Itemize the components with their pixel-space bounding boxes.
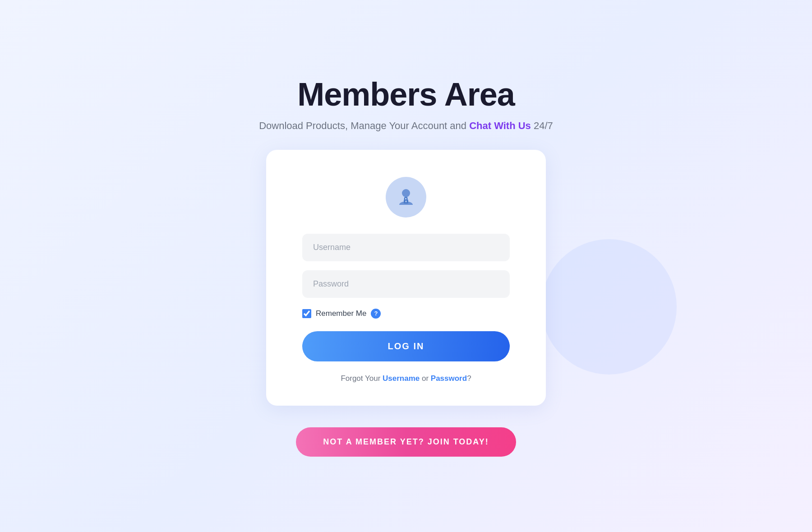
- login-button[interactable]: LOG IN: [302, 331, 510, 361]
- page-header: Members Area Download Products, Manage Y…: [259, 76, 553, 132]
- login-card: Remember Me ? LOG IN Forgot Your Usernam…: [266, 150, 546, 406]
- forgot-password-link[interactable]: Password: [431, 374, 467, 383]
- svg-point-0: [402, 189, 410, 197]
- password-group: [302, 270, 510, 298]
- forgot-question: ?: [467, 374, 471, 383]
- password-input[interactable]: [302, 270, 510, 298]
- page-title: Members Area: [259, 76, 553, 113]
- username-group: [302, 234, 510, 261]
- username-input[interactable]: [302, 234, 510, 261]
- forgot-before: Forgot Your: [341, 374, 383, 383]
- page-subtitle: Download Products, Manage Your Account a…: [259, 120, 553, 132]
- chat-link[interactable]: Chat With Us: [469, 120, 531, 131]
- remember-label: Remember Me: [316, 309, 366, 318]
- forgot-or: or: [422, 374, 431, 383]
- help-icon[interactable]: ?: [371, 309, 381, 319]
- forgot-text: Forgot Your Username or Password?: [341, 374, 471, 383]
- avatar-container: [386, 177, 426, 217]
- remember-row: Remember Me ?: [302, 309, 510, 319]
- svg-rect-3: [406, 201, 406, 203]
- forgot-username-link[interactable]: Username: [383, 374, 420, 383]
- user-lock-icon: [395, 186, 417, 208]
- remember-checkbox[interactable]: [302, 309, 311, 318]
- join-button[interactable]: NOT A MEMBER YET? JOIN TODAY!: [296, 427, 516, 457]
- avatar: [386, 177, 426, 217]
- subtitle-text-before: Download Products, Manage Your Account a…: [259, 120, 466, 131]
- subtitle-text-after: 24/7: [534, 120, 553, 131]
